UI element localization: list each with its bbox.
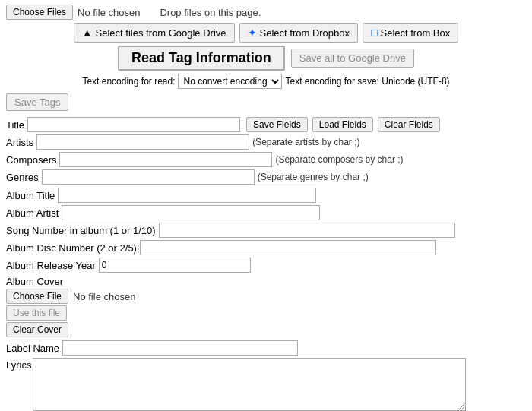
read-tag-button[interactable]: Read Tag Information [118, 46, 285, 71]
label-name-label: Label Name [6, 343, 59, 354]
artists-input[interactable] [36, 134, 249, 150]
box-button[interactable]: □ Select from Box [363, 23, 458, 43]
read-tag-row: Read Tag Information Save all to Google … [6, 46, 526, 71]
album-title-input[interactable] [58, 188, 316, 203]
genres-input[interactable] [42, 169, 255, 185]
dropbox-icon: ✦ [248, 27, 257, 39]
encoding-select[interactable]: No convert encoding UTF-8 ISO-8859-1 Shi… [178, 74, 282, 89]
genres-label: Genres [6, 172, 39, 183]
album-cover-label: Album Cover [6, 276, 526, 287]
title-row: Title Save Fields Load Fields Clear Fiel… [6, 117, 526, 132]
load-fields-button[interactable]: Load Fields [312, 117, 373, 132]
album-artist-input[interactable] [62, 205, 320, 220]
google-drive-icon: ▲ [82, 27, 93, 39]
file-chooser-row: Choose Files No file chosen Drop files o… [6, 5, 526, 20]
title-input[interactable] [27, 117, 240, 132]
save-fields-button[interactable]: Save Fields [246, 117, 308, 132]
artists-row: Artists (Separate artists by char ;) [6, 134, 526, 150]
google-drive-button[interactable]: ▲ Select files from Google Drive [74, 23, 235, 43]
encoding-read-label: Text encoding for read: [82, 76, 175, 87]
composers-row: Composers (Separate composers by char ;) [6, 152, 526, 167]
album-artist-label: Album Artist [6, 207, 59, 219]
artists-label: Artists [6, 137, 33, 148]
lyrics-row: Lyrics [6, 358, 526, 411]
cover-file-row: Choose File No file chosen [6, 289, 526, 304]
genres-hint: (Separate genres by char ;) [258, 172, 369, 182]
clear-fields-button[interactable]: Clear Fields [378, 117, 440, 132]
label-name-input[interactable] [62, 340, 298, 356]
encoding-row: Text encoding for read: No convert encod… [6, 74, 526, 89]
genres-row: Genres (Separate genres by char ;) [6, 169, 526, 185]
clear-cover-button[interactable]: Clear Cover [6, 322, 68, 337]
lyrics-textarea[interactable] [33, 358, 466, 411]
use-this-file-button[interactable]: Use this file [6, 305, 67, 321]
no-file-chosen-text: No file chosen [78, 7, 140, 18]
choose-files-button[interactable]: Choose Files [6, 5, 73, 20]
save-all-google-drive-button[interactable]: Save all to Google Drive [291, 49, 414, 68]
lyrics-label: Lyrics [6, 358, 31, 371]
composers-input[interactable] [59, 152, 272, 167]
album-disc-label: Album Disc Number (2 or 2/5) [6, 242, 137, 254]
album-title-row: Album Title [6, 188, 526, 203]
save-tags-button[interactable]: Save Tags [6, 93, 68, 111]
dropbox-label: Select from Dropbox [260, 27, 350, 39]
dropbox-button[interactable]: ✦ Select from Dropbox [239, 23, 359, 43]
song-number-row: Song Number in album (1 or 1/10) [6, 223, 526, 238]
album-disc-row: Album Disc Number (2 or 2/5) [6, 240, 526, 255]
artists-hint: (Separate artists by char ;) [252, 137, 359, 147]
album-year-row: Album Release Year [6, 258, 526, 273]
song-number-input[interactable] [159, 223, 455, 238]
encoding-save-label: Text encoding for save: Unicode (UTF-8) [285, 76, 449, 87]
cover-no-file-text: No file chosen [73, 291, 135, 302]
title-buttons: Save Fields Load Fields Clear Fields [243, 117, 440, 132]
album-cover-section: Album Cover Choose File No file chosen U… [6, 276, 526, 337]
cloud-buttons-row: ▲ Select files from Google Drive ✦ Selec… [6, 23, 526, 43]
save-tags-row: Save Tags [6, 93, 526, 111]
song-number-label: Song Number in album (1 or 1/10) [6, 225, 156, 236]
album-year-label: Album Release Year [6, 260, 96, 271]
box-label: Select from Box [381, 27, 451, 39]
title-label: Title [6, 119, 24, 131]
composers-hint: (Separate composers by char ;) [275, 154, 403, 165]
choose-file-cover-button[interactable]: Choose File [6, 289, 68, 304]
box-icon: □ [371, 27, 377, 39]
album-title-label: Album Title [6, 190, 55, 201]
composers-label: Composers [6, 154, 56, 166]
album-year-input[interactable] [99, 258, 251, 273]
album-disc-input[interactable] [140, 240, 436, 255]
label-name-row: Label Name [6, 340, 526, 356]
google-drive-label: Select files from Google Drive [96, 27, 226, 39]
drop-files-text: Drop files on this page. [160, 7, 261, 18]
album-artist-row: Album Artist [6, 205, 526, 220]
